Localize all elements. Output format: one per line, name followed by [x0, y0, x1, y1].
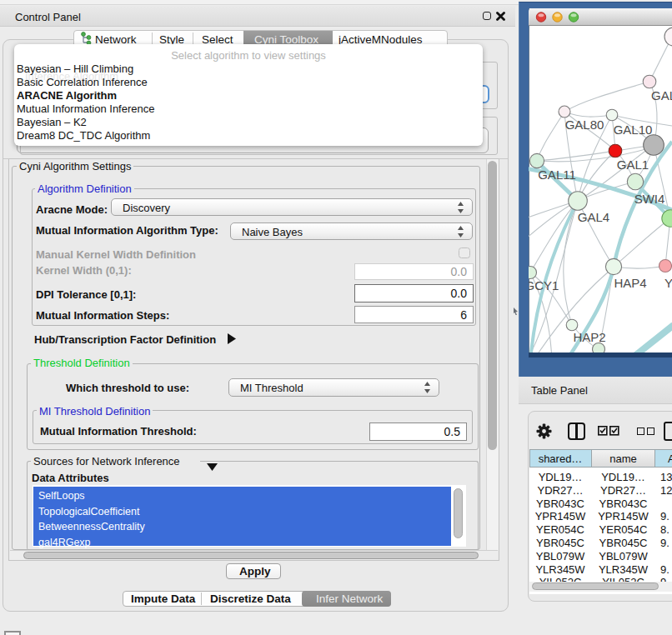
svg-text:GAL80: GAL80 [565, 118, 604, 132]
svg-text:HAP2: HAP2 [573, 330, 605, 344]
svg-text:Y: Y [664, 276, 672, 290]
svg-text:GAL10: GAL10 [614, 122, 653, 137]
svg-text:GAL1: GAL1 [617, 158, 649, 172]
svg-text:GAL7: GAL7 [651, 88, 672, 102]
svg-text:GCY1: GCY1 [529, 278, 559, 292]
svg-text:GAL4: GAL4 [578, 210, 609, 224]
svg-text:SWI4: SWI4 [634, 192, 665, 206]
svg-text:GAL11: GAL11 [538, 168, 576, 182]
svg-text:HAP4: HAP4 [614, 276, 646, 290]
